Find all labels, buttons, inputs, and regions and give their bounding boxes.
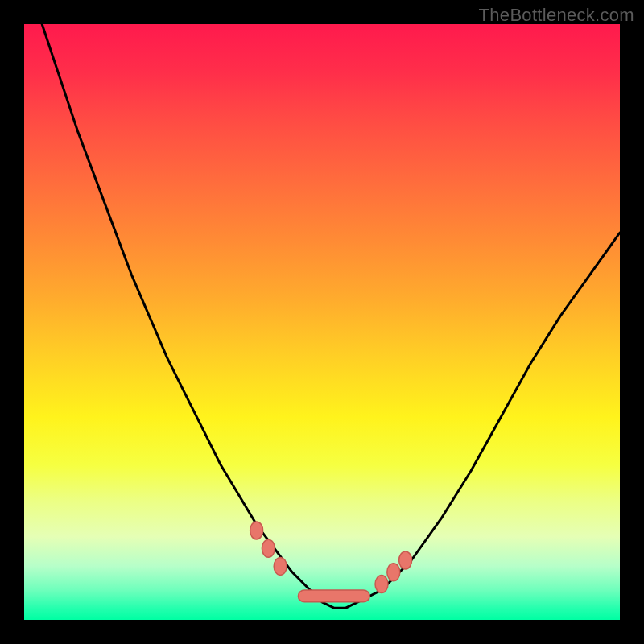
- marker-layer: [250, 522, 412, 593]
- curve-layer: [24, 0, 620, 608]
- plot-svg: [24, 24, 620, 620]
- valley-bar: [298, 590, 369, 602]
- chart-frame: TheBottleneck.com: [0, 0, 644, 644]
- valley-bar-layer: [298, 590, 369, 602]
- right-dot-3: [399, 551, 412, 569]
- left-dot-1: [250, 522, 263, 539]
- left-dot-3: [274, 557, 287, 575]
- attribution-label: TheBottleneck.com: [479, 5, 634, 26]
- bottleneck-curve: [24, 0, 620, 608]
- left-dot-2: [262, 539, 275, 557]
- plot-area: [24, 24, 620, 620]
- right-dot-2: [387, 564, 400, 581]
- right-dot-1: [375, 576, 388, 593]
